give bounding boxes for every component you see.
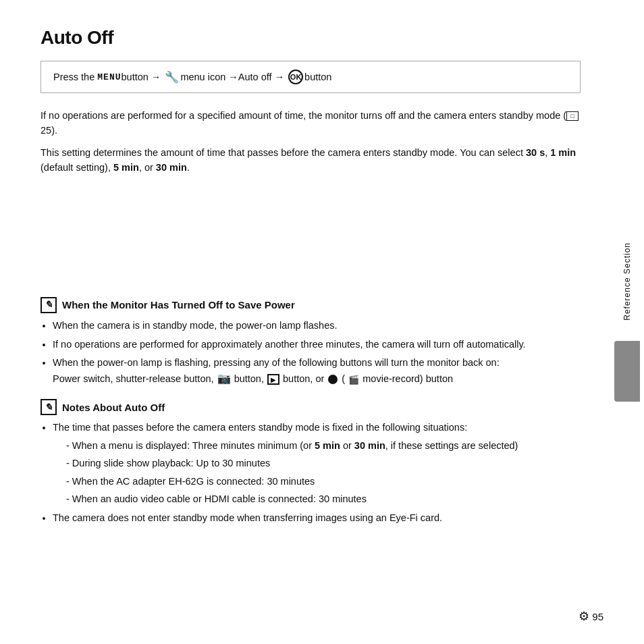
note2-title: Notes About Auto Off: [62, 402, 165, 413]
button-line2: button,: [234, 373, 267, 384]
sub-bullet1: When a menu is displayed: Three minutes …: [66, 438, 581, 453]
arrow2: →: [225, 72, 238, 82]
note2-bullet1: The time that passes before the camera e…: [53, 421, 581, 507]
desc1-text: If no operations are performed for a spe…: [41, 110, 566, 121]
page-title: Auto Off: [41, 27, 581, 49]
note1-icon: ✎: [41, 297, 57, 313]
sub-bullet2: During slide show playback: Up to 30 min…: [66, 456, 581, 471]
option-5min: 5 min: [113, 162, 139, 173]
ok-button-icon: OK: [288, 70, 303, 84]
description-paragraph2: This setting determines the amount of ti…: [41, 145, 581, 176]
nav-suffix: button: [304, 72, 331, 82]
record-dot-icon: [328, 375, 338, 384]
movie-record-icon: 🎬: [348, 375, 359, 385]
page-num-icon: ⚙: [579, 609, 589, 624]
desc1-ref: 25).: [41, 125, 57, 136]
note2-bullet2: The camera does not enter standby mode w…: [53, 511, 581, 526]
note2-icon: ✎: [41, 399, 57, 415]
camera-icon: 📷: [217, 373, 231, 384]
period: .: [187, 162, 190, 173]
wrench-icon: 🔧: [165, 70, 179, 84]
menu-label: MENU: [97, 72, 121, 82]
option-30s: 30 s: [526, 147, 545, 158]
page-number-area: ⚙ 95: [579, 609, 603, 624]
note2-header: ✎ Notes About Auto Off: [41, 399, 581, 415]
note1-header: ✎ When the Monitor Has Turned Off to Sav…: [41, 297, 581, 313]
sidebar-area: Reference Section: [610, 0, 644, 644]
note1-bullet1: When the camera is in standby mode, the …: [53, 319, 581, 333]
default-setting: (default setting),: [41, 162, 113, 173]
sub-bullet4: When an audio video cable or HDMI cable …: [66, 491, 581, 506]
or-text: , or: [139, 162, 156, 173]
nav-instruction-box: Press the MENU button → 🔧 menu icon → Au…: [41, 61, 581, 93]
movie-paren: (: [342, 373, 345, 384]
button-line: Power switch, shutter-release button,: [53, 373, 217, 384]
note1-bullet-list: When the camera is in standby mode, the …: [53, 319, 581, 387]
movie-text: movie-record) button: [363, 373, 453, 384]
arrow3: →: [272, 72, 285, 82]
bold-30min: 30 min: [354, 440, 385, 451]
bold-5min: 5 min: [315, 440, 340, 451]
note1-section: ✎ When the Monitor Has Turned Off to Sav…: [41, 297, 581, 387]
note2-sub-list: When a menu is displayed: Three minutes …: [66, 438, 581, 507]
page-number: 95: [592, 611, 603, 622]
page-content: Auto Off Press the MENU button → 🔧 menu …: [0, 0, 621, 561]
desc2-prefix: This setting determines the amount of ti…: [41, 147, 526, 158]
menu-icon-text: menu icon: [180, 72, 225, 82]
note1-bullet3: When the power-on lamp is flashing, pres…: [53, 356, 581, 387]
play-button-icon: ▶: [267, 374, 279, 385]
note2-bullet-list: The time that passes before the camera e…: [53, 421, 581, 525]
note1-title: When the Monitor Has Turned Off to Save …: [62, 299, 295, 311]
reference-box-icon: □: [566, 111, 579, 121]
nav-prefix: Press the: [53, 72, 95, 82]
button-line3: button, or: [283, 373, 327, 384]
auto-off-text: Auto off: [238, 72, 272, 82]
description-paragraph1: If no operations are performed for a spe…: [41, 108, 581, 138]
arrow1: →: [151, 72, 161, 82]
nav-button-text: button: [122, 72, 149, 82]
option-1min: 1 min: [550, 147, 576, 158]
reference-tab: [614, 341, 640, 402]
sub-bullet3: When the AC adapter EH-62G is connected:…: [66, 474, 581, 489]
note2-section: ✎ Notes About Auto Off The time that pas…: [41, 399, 581, 525]
note1-bullet2: If no operations are performed for appro…: [53, 338, 581, 352]
option-30min: 30 min: [156, 162, 187, 173]
reference-section-label: Reference Section: [622, 242, 632, 321]
